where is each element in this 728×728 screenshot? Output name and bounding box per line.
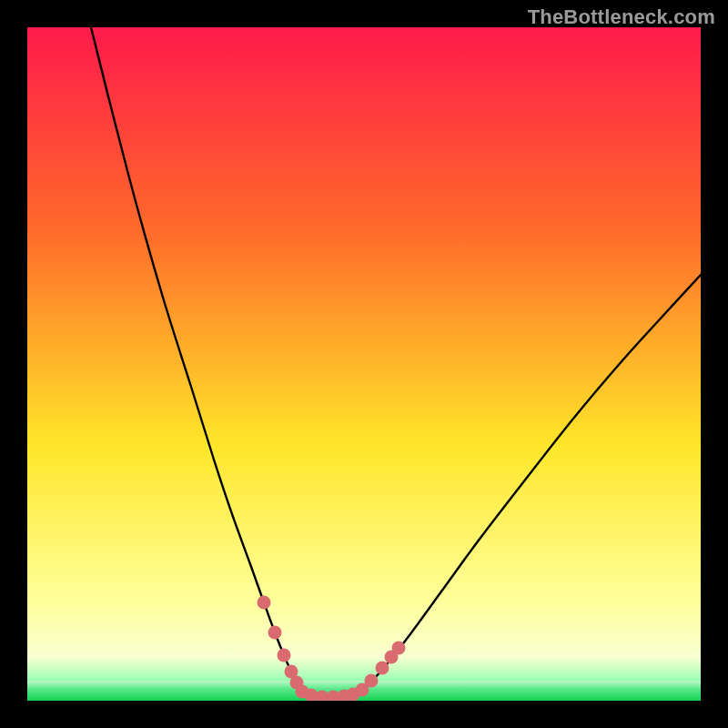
curve-path bbox=[91, 27, 701, 697]
marker-dot bbox=[376, 662, 389, 675]
marker-dot-group bbox=[258, 596, 406, 702]
curve-layer bbox=[27, 27, 701, 701]
marker-dot bbox=[392, 642, 406, 655]
marker-dot bbox=[365, 674, 379, 688]
marker-dot bbox=[258, 596, 271, 610]
chart-frame: TheBottleneck.com bbox=[0, 0, 728, 728]
marker-dot bbox=[268, 626, 282, 640]
marker-dot bbox=[278, 649, 291, 662]
plot-area bbox=[27, 27, 701, 701]
watermark-text: TheBottleneck.com bbox=[528, 5, 715, 29]
bottleneck-curve bbox=[91, 27, 701, 697]
